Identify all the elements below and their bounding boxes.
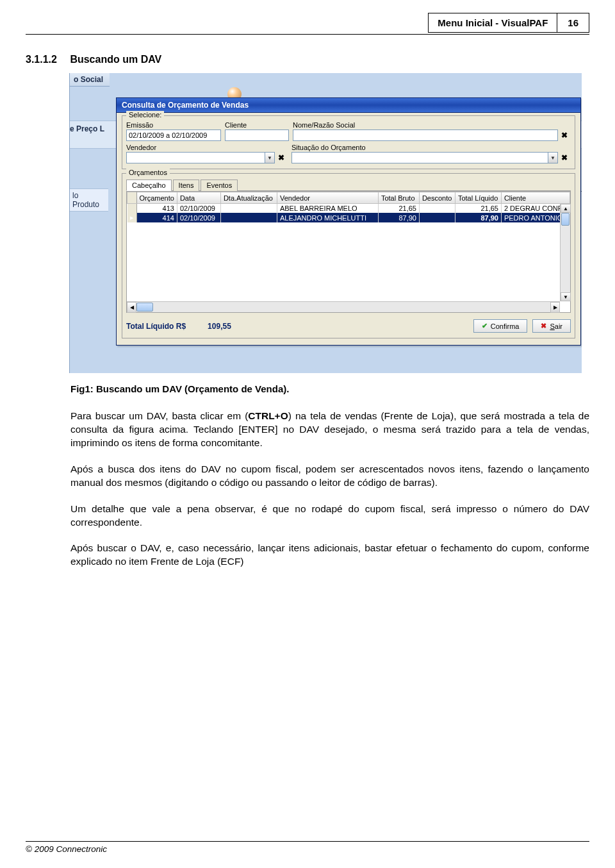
figure-caption: Fig1: Buscando um DAV (Orçamento de Vend… (70, 383, 589, 394)
cell-bruto: 87,90 (378, 213, 419, 222)
orcamentos-group: Orçamentos Cabeçalho Itens Eventos (122, 173, 575, 338)
sair-button[interactable]: ✖ Sair (532, 319, 571, 333)
cell-data: 02/10/2009 (177, 204, 220, 213)
scrollbar-horizontal[interactable]: ◀ ▶ (127, 301, 560, 312)
confirma-label: Confirma (491, 322, 520, 330)
nome-label: Nome/Razão Social (293, 121, 571, 129)
tab-eventos[interactable]: Eventos (201, 179, 238, 191)
page-footer: © 2009 Connectronic (26, 841, 589, 854)
filter-legend: Selecione: (126, 111, 164, 119)
close-icon: ✖ (541, 322, 546, 330)
cell-data: 02/10/2009 (177, 213, 220, 222)
cell-atual (220, 204, 277, 213)
consulta-dialog: Consulta de Orçamento de Vendas Selecion… (116, 97, 581, 346)
scroll-thumb[interactable] (136, 303, 153, 312)
tab-cabecalho[interactable]: Cabeçalho (126, 179, 172, 191)
paragraph-2: Após a busca dos itens do DAV no cupom f… (70, 463, 589, 490)
cell-liquido: 87,90 (455, 213, 501, 222)
cell-desc (419, 204, 455, 213)
cell-bruto: 21,65 (378, 204, 419, 213)
vendedor-combo[interactable] (126, 152, 265, 163)
cell-vendedor: ALEJANDRO MICHELUTTI (277, 213, 378, 222)
total-label: Total Líquido R$ (126, 322, 186, 331)
emissao-input[interactable] (126, 129, 221, 141)
cell-desc (419, 213, 455, 222)
col-total-liquido[interactable]: Total Líquido (455, 192, 501, 204)
paragraph-1: Para buscar um DAV, basta clicar em (CTR… (70, 410, 589, 450)
screenshot-figure: o Social e Preço L lo Produto lor Consul… (69, 73, 582, 373)
clear-vendedor-button[interactable]: ✖ (275, 152, 288, 163)
col-orcamento[interactable]: Orçamento (136, 192, 177, 204)
table-row[interactable]: 413 02/10/2009 ABEL BARREIRA MELO 21,65 … (127, 204, 570, 213)
paragraph-3: Um detalhe que vale a pena observar, é q… (70, 503, 589, 530)
scroll-down-icon[interactable]: ▼ (561, 292, 571, 301)
table-row[interactable]: ▸ 414 02/10/2009 ALEJANDRO MICHELUTTI 87… (127, 213, 570, 222)
situacao-combo[interactable] (291, 152, 548, 163)
col-total-bruto[interactable]: Total Bruto (378, 192, 419, 204)
dialog-title: Consulta de Orçamento de Vendas (117, 98, 580, 113)
page-header: Menu Inicial - VisualPAF 16 (26, 13, 589, 35)
scroll-left-icon[interactable]: ◀ (127, 302, 136, 313)
cell-orcamento: 414 (136, 213, 177, 222)
header-title: Menu Inicial - VisualPAF (428, 13, 557, 33)
orcamento-grid[interactable]: Orçamento Data Dta.Atualização Vendedor … (126, 191, 571, 313)
situacao-label: Situação do Orçamento (291, 144, 571, 151)
nome-input[interactable] (293, 129, 558, 141)
cliente-input[interactable] (225, 129, 289, 141)
cell-atual (220, 213, 277, 222)
confirma-button[interactable]: ✔ Confirma (473, 319, 528, 333)
col-desconto[interactable]: Desconto (419, 192, 455, 204)
scrollbar-vertical[interactable]: ▲ ▼ (560, 204, 570, 301)
orcamentos-legend: Orçamentos (126, 169, 170, 176)
cell-orcamento: 413 (136, 204, 177, 213)
col-rowhdr (127, 192, 137, 204)
bg-tab-social: o Social (70, 73, 110, 87)
bg-price-label: e Preço L (70, 124, 104, 133)
col-cliente[interactable]: Cliente (501, 192, 570, 204)
paragraph-4: Após buscar o DAV, e, caso necessário, l… (70, 542, 589, 569)
col-vendedor[interactable]: Vendedor (277, 192, 378, 204)
vendedor-label: Vendedor (126, 144, 288, 151)
total-value: 109,55 (208, 322, 231, 331)
cliente-label: Cliente (225, 121, 289, 129)
sair-label: Sair (550, 322, 562, 330)
cell-vendedor: ABEL BARREIRA MELO (277, 204, 378, 213)
scroll-up-icon[interactable]: ▲ (561, 204, 571, 213)
chevron-down-icon[interactable]: ▼ (548, 152, 558, 163)
tab-itens[interactable]: Itens (173, 179, 200, 191)
chevron-down-icon[interactable]: ▼ (265, 152, 275, 163)
check-icon: ✔ (482, 322, 488, 330)
emissao-label: Emissão (126, 121, 221, 129)
section-heading: 3.1.1.2 Buscando um DAV (26, 54, 589, 65)
col-atualizacao[interactable]: Dta.Atualização (220, 192, 277, 204)
clear-situacao-button[interactable]: ✖ (558, 152, 571, 163)
section-title: Buscando um DAV (70, 54, 161, 65)
cell-liquido: 21,65 (455, 204, 501, 213)
clear-nome-button[interactable]: ✖ (558, 129, 571, 141)
filter-group: Selecione: Emissão Cliente Nom (122, 115, 575, 169)
scroll-thumb[interactable] (561, 213, 570, 226)
bg-product-label: lo Produto (70, 188, 108, 212)
col-data[interactable]: Data (177, 192, 220, 204)
section-number: 3.1.1.2 (26, 54, 57, 65)
header-page-number: 16 (557, 13, 589, 33)
scroll-right-icon[interactable]: ▶ (550, 302, 560, 313)
